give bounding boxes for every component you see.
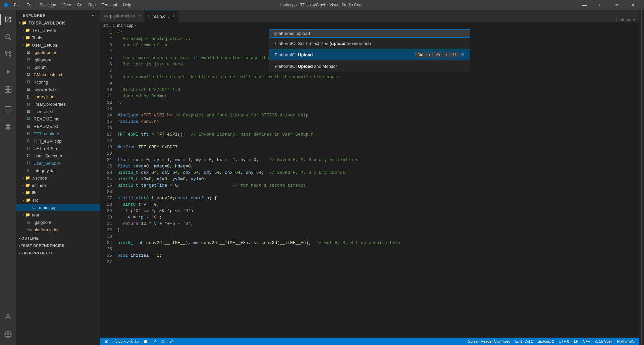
file-license[interactable]: ⊡license.txt (16, 108, 100, 115)
activity-settings[interactable] (0, 326, 16, 342)
file-tree: ▾ 📁 TDISPLAYCLOCK ›📁TFT_Drivers ›📁Tools … (16, 19, 100, 345)
status-line-col[interactable]: Ln 1, Col 1 (513, 338, 535, 345)
file-integrity[interactable]: ≡integrity.dat (16, 167, 100, 174)
status-debug[interactable] (168, 338, 176, 345)
status-remote[interactable] (103, 338, 111, 345)
file-user-setup-h[interactable]: HUser_Setup.h (16, 159, 100, 167)
folder-src[interactable]: ▾📁src (16, 196, 100, 204)
folder-tft-drivers[interactable]: ›📁TFT_Drivers (16, 27, 100, 34)
folder-lib[interactable]: ›📁lib (16, 189, 100, 196)
svg-point-2 (5, 52, 7, 54)
file-user-select[interactable]: CUser_Select_h (16, 152, 100, 159)
more-actions-button[interactable]: ··· (633, 16, 637, 22)
status-spell[interactable]: ⚠ 15 Spell (593, 338, 614, 345)
cmd-result-set-port[interactable]: PlatformIO: Set Project Port (upload/mon… (269, 38, 470, 49)
menu-help[interactable]: Help (120, 2, 134, 8)
activity-accounts[interactable] (0, 309, 16, 325)
section-rust-deps[interactable]: ›RUST DEPENDENCIES (16, 242, 100, 249)
status-language[interactable]: C++ (581, 338, 592, 345)
file-tft-espi-h[interactable]: HTFT_eSPI.h (16, 145, 100, 152)
breadcrumb-src[interactable]: src (103, 23, 109, 28)
activity-source-control[interactable] (0, 46, 16, 62)
tab-platformio-ini[interactable]: 🐜 platformio.ini ✕ (100, 10, 145, 22)
file-gitignore2[interactable]: ⊡.gitignore (16, 218, 100, 226)
activity-pio[interactable] (0, 119, 16, 135)
svg-point-4 (9, 52, 11, 54)
command-input[interactable] (311, 31, 467, 36)
file-readme-md[interactable]: MREADME.md (16, 115, 100, 122)
status-platform[interactable]: PlatformIO (615, 338, 637, 345)
activity-explorer[interactable] (0, 11, 16, 28)
file-cmakelists[interactable]: MCMakeLists.txt (16, 71, 100, 78)
activity-run-debug[interactable] (0, 64, 16, 80)
sidebar-more-button[interactable]: ··· (92, 13, 96, 17)
menu-edit[interactable]: Edit (24, 2, 36, 8)
right-panel (639, 10, 644, 345)
window-controls: ― □ ⧉ ✕ (577, 0, 641, 10)
file-main-cpp[interactable]: Cmain.cpp (16, 204, 100, 211)
svg-point-18 (171, 341, 172, 342)
menu-run[interactable]: Run (86, 2, 98, 8)
file-kconfig[interactable]: ⊡Kconfig (16, 78, 100, 86)
breadcrumb-file[interactable]: main.cpp (117, 23, 133, 28)
file-keywords[interactable]: ⊡keywords.txt (16, 86, 100, 93)
activity-extensions[interactable] (0, 81, 16, 97)
folder-user-setups[interactable]: ›📁User_Setups (16, 41, 100, 49)
section-java-projects[interactable]: ›JAVA PROJECTS (16, 249, 100, 257)
run-button[interactable]: ▷ (615, 16, 619, 22)
tab-close-main[interactable]: ✕ (172, 14, 175, 18)
file-platformio-ini[interactable]: 🐜platformio.ini (16, 226, 100, 233)
status-home[interactable] (142, 338, 150, 345)
file-gitattributes[interactable]: ⊡.gitattributes (16, 49, 100, 56)
file-readme-txt[interactable]: ⊡README.txt (16, 122, 100, 130)
file-piopm[interactable]: ⊡.piopm (16, 63, 100, 71)
restore-button[interactable]: ⧉ (609, 0, 625, 10)
breadcrumb-symbol[interactable]: ... (137, 23, 141, 28)
svg-point-10 (7, 314, 9, 317)
cmd-result-upload-monitor[interactable]: PlatformIO: Upload and Monitor (269, 60, 470, 72)
split-editor-button[interactable]: ⊞ (621, 16, 625, 22)
file-library-props[interactable]: ⊡library.properties (16, 100, 100, 108)
status-sync[interactable] (159, 338, 167, 345)
project-root[interactable]: ▾ 📁 TDISPLAYCLOCK (16, 19, 100, 27)
status-eol[interactable]: LF (572, 338, 580, 345)
activity-remote[interactable] (0, 101, 16, 117)
status-errors[interactable]: 0 0 15 (111, 338, 141, 345)
main-area: EXPLORER ··· ▾ 📁 TDISPLAYCLOCK ›📁TFT_Dri… (0, 10, 644, 345)
code-area[interactable]: /* An example analog clock... use of som… (115, 29, 639, 338)
minimize-button[interactable]: ― (577, 0, 592, 10)
folder-vscode[interactable]: ›📁.vscode (16, 174, 100, 182)
status-check[interactable] (150, 338, 158, 345)
folder-test[interactable]: ›📁test (16, 211, 100, 218)
file-library-json[interactable]: {}library.json (16, 93, 100, 100)
status-screen-reader[interactable]: Screen Reader Optimized (466, 338, 513, 345)
status-spaces[interactable]: Spaces: 2 (536, 338, 556, 345)
folder-include[interactable]: ›📁include (16, 182, 100, 189)
menu-terminal[interactable]: Terminal (99, 2, 119, 8)
cmd-result-upload[interactable]: PlatformIO: Upload Ctrl+Alt+U ⚙ (269, 49, 470, 60)
menu-view[interactable]: View (59, 2, 73, 8)
svg-rect-6 (8, 86, 11, 89)
layout-button[interactable]: ⊟ (627, 16, 631, 22)
window-title: main.cpp - TDisplayClock - Visual Studio… (280, 3, 364, 7)
close-button[interactable]: ✕ (625, 0, 641, 10)
titlebar: File Edit Selection View Go Run Terminal… (0, 0, 644, 10)
folder-tools[interactable]: ›📁Tools (16, 34, 100, 41)
file-gitignore[interactable]: ⊡.gitignore (16, 56, 100, 63)
sidebar: EXPLORER ··· ▾ 📁 TDISPLAYCLOCK ›📁TFT_Dri… (16, 10, 100, 345)
maximize-button[interactable]: □ (593, 0, 608, 10)
command-input-wrapper: >platformio: upload (269, 29, 470, 38)
menu-selection[interactable]: Selection (37, 2, 59, 8)
tab-close-platformio[interactable]: ✕ (138, 14, 141, 18)
section-outline[interactable]: ›OUTLINE (16, 235, 100, 242)
tab-main-cpp[interactable]: C main.c... ✕ (145, 10, 179, 22)
menu-go[interactable]: Go (74, 2, 85, 8)
file-tft-config[interactable]: HTFT_config.h (16, 130, 100, 137)
activity-search[interactable] (0, 29, 16, 45)
menu-file[interactable]: File (11, 2, 23, 8)
command-palette: >platformio: upload PlatformIO: Set Proj… (269, 29, 470, 72)
file-tft-espi-cpp[interactable]: CTFT_eSPI.cpp (16, 137, 100, 145)
command-results: PlatformIO: Set Project Port (upload/mon… (269, 38, 470, 72)
status-encoding[interactable]: UTF-8 (557, 338, 571, 345)
gear-icon[interactable]: ⚙ (461, 52, 465, 57)
